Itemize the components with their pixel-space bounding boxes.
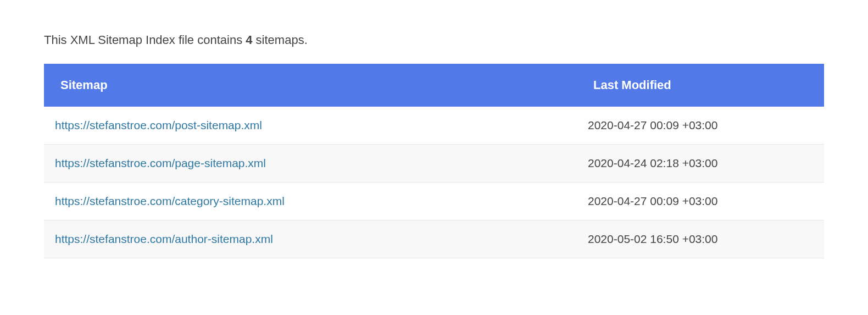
description-suffix: sitemaps. — [253, 33, 308, 47]
last-modified-cell: 2020-04-27 00:09 +03:00 — [577, 183, 824, 220]
sitemap-table: Sitemap Last Modified https://stefanstro… — [44, 64, 824, 258]
header-sitemap: Sitemap — [44, 64, 577, 107]
table-header-row: Sitemap Last Modified — [44, 64, 824, 107]
table-row: https://stefanstroe.com/post-sitemap.xml… — [44, 107, 824, 145]
sitemap-link[interactable]: https://stefanstroe.com/page-sitemap.xml — [55, 157, 266, 169]
sitemap-url-cell: https://stefanstroe.com/post-sitemap.xml — [44, 107, 577, 145]
sitemap-description: This XML Sitemap Index file contains 4 s… — [44, 33, 824, 47]
sitemap-url-cell: https://stefanstroe.com/author-sitemap.x… — [44, 220, 577, 258]
sitemap-link[interactable]: https://stefanstroe.com/author-sitemap.x… — [55, 233, 273, 245]
sitemap-link[interactable]: https://stefanstroe.com/post-sitemap.xml — [55, 119, 262, 131]
sitemap-count: 4 — [246, 33, 252, 47]
last-modified-cell: 2020-04-24 02:18 +03:00 — [577, 145, 824, 183]
last-modified-cell: 2020-04-27 00:09 +03:00 — [577, 107, 824, 145]
sitemap-link[interactable]: https://stefanstroe.com/category-sitemap… — [55, 195, 285, 207]
table-row: https://stefanstroe.com/author-sitemap.x… — [44, 220, 824, 258]
sitemap-url-cell: https://stefanstroe.com/category-sitemap… — [44, 183, 577, 220]
description-prefix: This XML Sitemap Index file contains — [44, 33, 246, 47]
table-row: https://stefanstroe.com/page-sitemap.xml… — [44, 145, 824, 183]
header-last-modified: Last Modified — [577, 64, 824, 107]
last-modified-cell: 2020-05-02 16:50 +03:00 — [577, 220, 824, 258]
sitemap-url-cell: https://stefanstroe.com/page-sitemap.xml — [44, 145, 577, 183]
table-row: https://stefanstroe.com/category-sitemap… — [44, 183, 824, 220]
